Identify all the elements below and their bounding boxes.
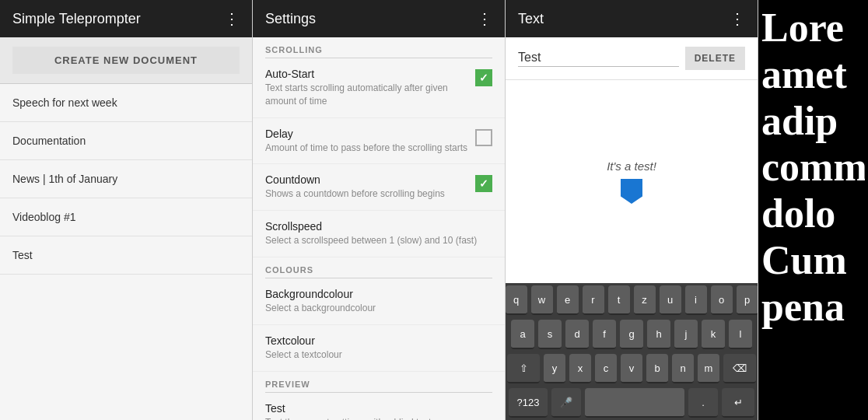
textcolour-title: Textcolour bbox=[265, 334, 492, 347]
scrolling-section-label: SCROLLING bbox=[253, 37, 505, 58]
create-btn-wrapper: CREATE NEW DOCUMENT bbox=[0, 37, 252, 84]
delay-desc: Amount of time to pass before the scroll… bbox=[265, 142, 469, 155]
key-p[interactable]: p bbox=[737, 285, 758, 315]
lorem-line-4: comm bbox=[761, 144, 865, 191]
key-l[interactable]: l bbox=[729, 320, 752, 349]
shift-key[interactable]: ⇧ bbox=[507, 354, 540, 383]
panel1-menu-icon[interactable]: ⋮ bbox=[224, 9, 240, 28]
panel3-toolbar: Text ⋮ bbox=[506, 0, 758, 37]
key-r[interactable]: r bbox=[583, 285, 604, 315]
list-item[interactable]: News | 1th of January bbox=[0, 160, 252, 198]
lorem-line-2: amet bbox=[761, 51, 865, 98]
list-item[interactable]: Documentation bbox=[0, 122, 252, 160]
key-s[interactable]: s bbox=[538, 320, 562, 349]
key-n[interactable]: n bbox=[672, 354, 694, 383]
settings-item-delay[interactable]: Delay Amount of time to pass before the … bbox=[253, 118, 505, 165]
lorem-line-3: adip bbox=[761, 98, 865, 145]
keyboard-row-2: a s d f g h j k l bbox=[506, 317, 758, 352]
settings-item-scrollspeed[interactable]: Scrollspeed Select a scrollspeed between… bbox=[253, 211, 505, 257]
create-new-document-button[interactable]: CREATE NEW DOCUMENT bbox=[12, 47, 240, 74]
delete-button[interactable]: DELETE bbox=[685, 47, 745, 70]
key-i[interactable]: i bbox=[685, 285, 707, 315]
cursor-icon bbox=[621, 179, 642, 204]
colours-section-label: COLOURS bbox=[253, 257, 505, 278]
list-item[interactable]: Videoblog #1 bbox=[0, 198, 252, 236]
bgcolour-desc: Select a backgroundcolour bbox=[265, 302, 492, 315]
period-key[interactable]: . bbox=[688, 388, 718, 418]
textcolour-desc: Select a textcolour bbox=[265, 348, 492, 362]
settings-item-countdown[interactable]: Countdown Shows a countdown before scrol… bbox=[253, 164, 505, 211]
scrollspeed-desc: Select a scrollspeed between 1 (slow) an… bbox=[265, 234, 492, 247]
settings-scroll-area: SCROLLING Auto-Start Text starts scrolli… bbox=[253, 37, 505, 420]
key-e[interactable]: e bbox=[557, 285, 579, 315]
panel2-menu-icon[interactable]: ⋮ bbox=[477, 9, 492, 28]
key-q[interactable]: q bbox=[506, 285, 527, 315]
key-o[interactable]: o bbox=[711, 285, 733, 315]
lorem-text: Lore amet adip comm dolo Cum pena bbox=[758, 0, 868, 420]
document-list: Speech for next week Documentation News … bbox=[0, 84, 252, 275]
autostart-checkbox[interactable] bbox=[475, 69, 492, 86]
enter-key[interactable]: ↵ bbox=[722, 388, 754, 418]
lorem-line-1: Lore bbox=[761, 5, 865, 51]
countdown-checkbox[interactable] bbox=[475, 175, 492, 192]
backspace-key[interactable]: ⌫ bbox=[723, 354, 756, 383]
delay-title: Delay bbox=[265, 128, 469, 140]
key-v[interactable]: v bbox=[621, 354, 642, 383]
key-h[interactable]: h bbox=[647, 320, 670, 349]
keyboard-row-1: q w e r t z u i o p bbox=[506, 283, 758, 317]
settings-item-autostart[interactable]: Auto-Start Text starts scrolling automat… bbox=[253, 58, 505, 118]
keyboard-row-4: ?123 🎤 . ↵ bbox=[506, 386, 758, 420]
countdown-title: Countdown bbox=[265, 173, 469, 186]
editor-content: It's a test! bbox=[607, 159, 656, 204]
panel-documents: Simple Teleprompter ⋮ CREATE NEW DOCUMEN… bbox=[0, 0, 253, 420]
key-x[interactable]: x bbox=[569, 354, 591, 383]
key-w[interactable]: w bbox=[531, 285, 553, 315]
keyboard: q w e r t z u i o p a s d f g h j k l ⇧ … bbox=[506, 283, 758, 420]
settings-item-textcolour[interactable]: Textcolour Select a textcolour bbox=[253, 325, 505, 372]
test-desc: Test the current settings with a blind t… bbox=[265, 416, 492, 420]
countdown-desc: Shows a countdown before scrolling begin… bbox=[265, 187, 469, 201]
autostart-title: Auto-Start bbox=[265, 68, 469, 80]
panel1-toolbar: Simple Teleprompter ⋮ bbox=[0, 0, 252, 37]
text-header: DELETE bbox=[506, 37, 758, 80]
panel1-title: Simple Teleprompter bbox=[12, 11, 141, 27]
key-g[interactable]: g bbox=[620, 320, 643, 349]
key-k[interactable]: k bbox=[702, 320, 725, 349]
key-a[interactable]: a bbox=[511, 320, 534, 349]
key-m[interactable]: m bbox=[698, 354, 719, 383]
panel-settings: Settings ⋮ SCROLLING Auto-Start Text sta… bbox=[253, 0, 506, 420]
key-u[interactable]: u bbox=[660, 285, 681, 315]
autostart-desc: Text starts scrolling automatically afte… bbox=[265, 82, 469, 108]
key-y[interactable]: y bbox=[544, 354, 565, 383]
panel-text-editor: Text ⋮ DELETE It's a test! q w e r t z u… bbox=[506, 0, 758, 420]
list-item[interactable]: Speech for next week bbox=[0, 84, 252, 122]
space-key[interactable] bbox=[585, 388, 684, 418]
delay-checkbox[interactable] bbox=[475, 129, 492, 146]
text-editor-area[interactable]: It's a test! bbox=[506, 80, 758, 283]
lorem-line-7: pena bbox=[761, 284, 865, 331]
list-item[interactable]: Test bbox=[0, 236, 252, 275]
lorem-line-6: Cum bbox=[761, 237, 865, 284]
preview-section-label: PREVIEW bbox=[253, 372, 505, 392]
key-j[interactable]: j bbox=[674, 320, 698, 349]
key-f[interactable]: f bbox=[593, 320, 616, 349]
mic-key[interactable]: 🎤 bbox=[551, 388, 581, 418]
bgcolour-title: Backgroundcolour bbox=[265, 288, 492, 300]
document-name-input[interactable] bbox=[518, 51, 679, 67]
panel2-toolbar: Settings ⋮ bbox=[253, 0, 505, 37]
key-d[interactable]: d bbox=[565, 320, 589, 349]
scrollspeed-title: Scrollspeed bbox=[265, 220, 492, 233]
keyboard-row-3: ⇧ y x c v b n m ⌫ bbox=[506, 352, 758, 386]
key-b[interactable]: b bbox=[646, 354, 668, 383]
panel-lorem-preview: Lore amet adip comm dolo Cum pena bbox=[758, 0, 868, 420]
test-title: Test bbox=[265, 402, 492, 415]
num-key[interactable]: ?123 bbox=[509, 388, 548, 418]
editor-sample-text: It's a test! bbox=[607, 159, 656, 173]
key-t[interactable]: t bbox=[608, 285, 630, 315]
settings-item-test[interactable]: Test Test the current settings with a bl… bbox=[253, 393, 505, 420]
settings-item-bgcolour[interactable]: Backgroundcolour Select a backgroundcolo… bbox=[253, 278, 505, 325]
panel3-menu-icon[interactable]: ⋮ bbox=[730, 9, 745, 28]
key-c[interactable]: c bbox=[595, 354, 617, 383]
key-z[interactable]: z bbox=[634, 285, 656, 315]
lorem-line-5: dolo bbox=[761, 191, 865, 237]
